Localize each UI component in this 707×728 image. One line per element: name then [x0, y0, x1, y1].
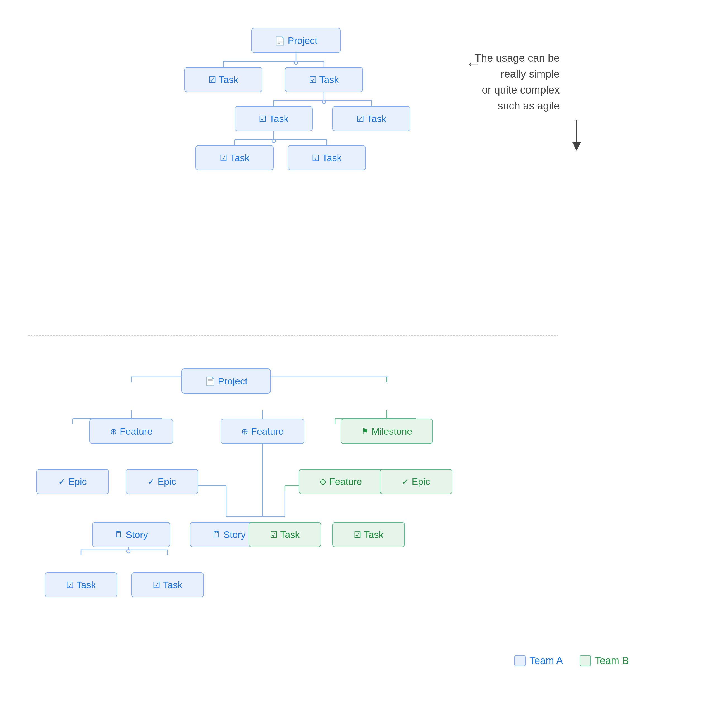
legend-box-team-a: [514, 655, 525, 666]
task-icon-2: ☑: [309, 75, 317, 85]
legend-label-team-a: Team A: [529, 655, 563, 667]
node-task-1: ☑ Task: [184, 67, 262, 92]
node-label-task-blue-4: Task: [163, 579, 183, 590]
legend: Team A Team B: [514, 655, 629, 667]
node-task-green-2: ☑ Task: [332, 522, 405, 547]
node-feature-1: ⊕ Feature: [90, 419, 173, 444]
task-icon-6: ☑: [312, 153, 320, 163]
legend-team-a: Team A: [514, 655, 563, 667]
node-project-1: 📄 Project: [251, 28, 341, 53]
node-milestone-1: ⚑ Milestone: [341, 419, 433, 444]
node-label-task-5: Task: [230, 152, 250, 163]
node-label-task-1: Task: [219, 74, 239, 85]
annotation-content: The usage can bereally simpleor quite co…: [475, 52, 560, 112]
task-icon-3: ☑: [259, 114, 266, 124]
node-label-epic-1: Epic: [68, 476, 87, 487]
epic-icon-1: ✓: [58, 477, 65, 487]
node-feature-2: ⊕ Feature: [221, 419, 304, 444]
node-task-3: ☑ Task: [234, 106, 313, 131]
node-epic-2: ✓ Epic: [126, 469, 198, 494]
node-task-5: ☑ Task: [195, 145, 274, 170]
node-label-task-green-2: Task: [364, 529, 384, 540]
node-label-milestone-1: Milestone: [372, 426, 412, 437]
project-icon-1: 📄: [275, 36, 285, 45]
node-label-task-green-1: Task: [280, 529, 300, 540]
node-label-task-4: Task: [367, 113, 386, 124]
arrow-down-icon: [570, 120, 584, 155]
node-label-story-1: Story: [126, 529, 148, 540]
svg-point-14: [272, 139, 275, 143]
node-project-2: 📄 Project: [182, 368, 271, 394]
node-task-blue-3: ☑ Task: [45, 572, 117, 597]
node-task-2: ☑ Task: [285, 67, 363, 92]
node-label-feature-3: Feature: [329, 476, 362, 487]
node-label-project-2: Project: [218, 376, 248, 387]
feature-icon-2: ⊕: [241, 426, 248, 436]
legend-team-b: Team B: [580, 655, 629, 667]
feature-icon-3: ⊕: [320, 477, 327, 487]
feature-icon-1: ⊕: [110, 426, 117, 436]
story-icon-1: 🗒: [114, 530, 123, 539]
node-label-feature-1: Feature: [120, 426, 152, 437]
node-label-story-2: Story: [223, 529, 246, 540]
node-task-green-1: ☑ Task: [249, 522, 321, 547]
svg-point-4: [294, 61, 298, 65]
task-icon-blue-4: ☑: [153, 580, 160, 590]
node-label-project-1: Project: [288, 35, 318, 46]
arrow-left-icon: ←: [466, 55, 481, 72]
section-divider: [28, 335, 558, 335]
node-task-6: ☑ Task: [288, 145, 366, 170]
node-label-task-2: Task: [320, 74, 339, 85]
node-task-blue-4: ☑ Task: [131, 572, 204, 597]
node-label-task-3: Task: [269, 113, 289, 124]
epic-icon-2: ✓: [148, 477, 155, 487]
task-icon-1: ☑: [208, 75, 216, 85]
task-icon-blue-3: ☑: [66, 580, 74, 590]
svg-point-37: [127, 550, 130, 553]
svg-marker-16: [573, 142, 581, 151]
legend-label-team-b: Team B: [595, 655, 629, 667]
legend-box-team-b: [580, 655, 591, 666]
epic-icon-3: ✓: [402, 477, 409, 487]
node-label-feature-2: Feature: [251, 426, 284, 437]
story-icon-2: 🗒: [212, 530, 221, 539]
node-epic-1: ✓ Epic: [36, 469, 109, 494]
svg-point-9: [322, 100, 325, 104]
task-icon-4: ☑: [357, 114, 364, 124]
node-label-epic-2: Epic: [158, 476, 176, 487]
node-task-4: ☑ Task: [332, 106, 411, 131]
task-icon-green-1: ☑: [270, 530, 278, 540]
milestone-icon-1: ⚑: [361, 426, 369, 436]
node-label-epic-3: Epic: [412, 476, 430, 487]
node-story-1: 🗒 Story: [92, 522, 170, 547]
project-icon-2: 📄: [205, 376, 215, 386]
node-feature-3: ⊕ Feature: [299, 469, 383, 494]
node-label-task-blue-3: Task: [77, 579, 96, 590]
annotation-text: The usage can bereally simpleor quite co…: [475, 50, 560, 114]
task-icon-green-2: ☑: [354, 530, 361, 540]
node-label-task-6: Task: [322, 152, 342, 163]
task-icon-5: ☑: [220, 153, 227, 163]
node-epic-3: ✓ Epic: [380, 469, 453, 494]
